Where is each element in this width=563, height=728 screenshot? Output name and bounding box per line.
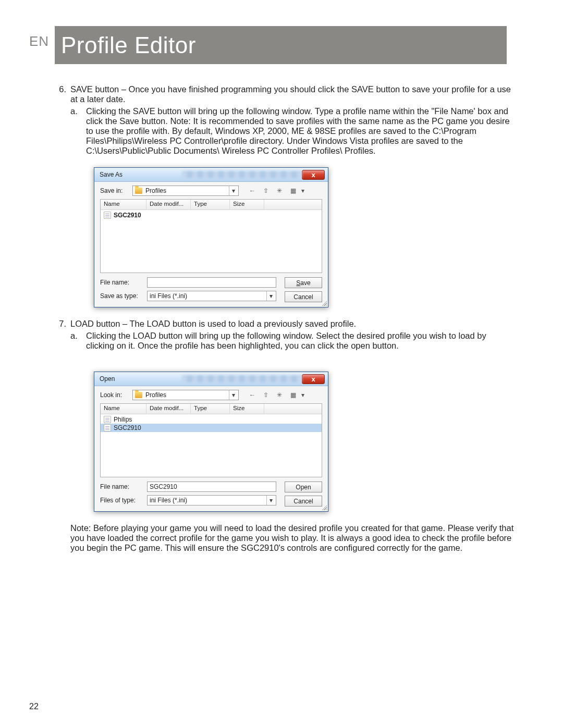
files-of-type-label: Files of type:: [100, 497, 143, 504]
folder-icon: [135, 392, 142, 398]
save-as-type-label: Save as type:: [100, 292, 143, 300]
col-type[interactable]: Type: [191, 200, 230, 209]
file-icon: [104, 424, 111, 431]
sub-label: a.: [70, 106, 86, 156]
file-row[interactable]: SGC2910: [101, 211, 322, 219]
list-subitem-7a: a. Clicking the LOAD button will bring u…: [70, 331, 516, 351]
chevron-down-icon[interactable]: ▾: [229, 390, 237, 400]
dialog-toolbar: ← ⇧ ✳ ▦ ▾: [247, 390, 304, 400]
col-name[interactable]: Name: [101, 200, 146, 209]
cancel-button[interactable]: Cancel: [285, 291, 322, 302]
item-text: LOAD button – The LOAD button is used to…: [70, 319, 516, 329]
dialog-titlebar[interactable]: Save As x: [94, 168, 328, 182]
file-list[interactable]: Name Date modif... Type Size SGC2910: [100, 199, 322, 273]
chevron-down-icon[interactable]: ▾: [301, 391, 304, 399]
col-date[interactable]: Date modif...: [146, 404, 191, 414]
page-title: Profile Editor: [55, 32, 196, 58]
files-of-type-combo[interactable]: ini Files (*.ini) ▾: [147, 495, 276, 505]
save-as-type-combo[interactable]: ini Files (*.ini) ▾: [147, 291, 276, 301]
back-icon[interactable]: ←: [247, 186, 258, 196]
dialog-toolbar: ← ⇧ ✳ ▦ ▾: [247, 186, 304, 196]
views-icon[interactable]: ▦: [288, 390, 298, 400]
file-row[interactable]: SGC2910: [101, 424, 322, 432]
file-name: SGC2910: [114, 424, 141, 431]
up-one-level-icon[interactable]: ⇧: [261, 186, 271, 196]
sub-label: a.: [70, 331, 86, 351]
sub-text: Clicking the LOAD button will bring up t…: [86, 331, 516, 351]
save-as-type-value: ini Files (*.ini): [150, 292, 266, 300]
file-list-header[interactable]: Name Date modif... Type Size: [101, 200, 322, 210]
header-band: Profile Editor: [55, 26, 507, 64]
col-name[interactable]: Name: [101, 404, 146, 414]
back-icon[interactable]: ←: [247, 390, 258, 400]
chevron-down-icon[interactable]: ▾: [229, 186, 237, 195]
chevron-down-icon[interactable]: ▾: [301, 187, 304, 194]
item-number: 6.: [55, 84, 70, 104]
file-icon: [104, 416, 111, 423]
item-text: SAVE button – Once you have finished pro…: [70, 84, 516, 104]
look-in-value: Profiles: [145, 391, 229, 399]
file-list-header[interactable]: Name Date modif... Type Size: [101, 404, 322, 414]
page-number: 22: [29, 702, 39, 711]
new-folder-icon[interactable]: ✳: [274, 390, 285, 400]
language-tag: EN: [29, 33, 49, 50]
list-subitem-6a: a. Clicking the SAVE button will bring u…: [70, 106, 516, 156]
col-size[interactable]: Size: [230, 404, 264, 414]
col-type[interactable]: Type: [191, 404, 230, 414]
save-in-value: Profiles: [145, 187, 229, 194]
dialog-titlebar[interactable]: Open x: [94, 372, 328, 386]
col-date[interactable]: Date modif...: [146, 200, 191, 209]
views-icon[interactable]: ▦: [288, 186, 298, 196]
look-in-label: Look in:: [100, 391, 129, 399]
note-text: Note: Before playing your game you will …: [70, 523, 516, 553]
files-of-type-value: ini Files (*.ini): [150, 497, 266, 504]
content: 6. SAVE button – Once you have finished …: [55, 84, 516, 553]
open-dialog: Open x Look in: Profiles ▾ ← ⇧ ✳: [94, 372, 328, 512]
chevron-down-icon[interactable]: ▾: [266, 291, 275, 301]
look-in-combo[interactable]: Profiles ▾: [132, 390, 239, 400]
new-folder-icon[interactable]: ✳: [274, 186, 285, 196]
save-button[interactable]: Save: [285, 277, 322, 288]
file-list[interactable]: Name Date modif... Type Size PhilipsSGC2…: [100, 403, 322, 477]
resize-grip-icon[interactable]: [321, 300, 327, 306]
item-number: 7.: [55, 319, 70, 329]
titlebar-blur: [182, 375, 302, 382]
close-button[interactable]: x: [302, 374, 325, 384]
file-name-input[interactable]: SGC2910: [147, 482, 276, 492]
dialog-title: Open: [100, 375, 179, 382]
save-in-label: Save in:: [100, 187, 129, 194]
titlebar-blur: [182, 171, 302, 178]
col-size[interactable]: Size: [230, 200, 264, 209]
resize-grip-icon[interactable]: [321, 504, 327, 510]
list-item-7: 7. LOAD button – The LOAD button is used…: [55, 319, 516, 329]
save-in-combo[interactable]: Profiles ▾: [132, 186, 239, 196]
up-one-level-icon[interactable]: ⇧: [261, 390, 271, 400]
cancel-button[interactable]: Cancel: [285, 496, 322, 507]
close-button[interactable]: x: [302, 170, 325, 180]
sub-text: Clicking the SAVE button will bring up t…: [86, 106, 516, 156]
file-name-input[interactable]: [147, 277, 276, 288]
file-icon: [104, 212, 111, 219]
file-name-label: File name:: [100, 483, 143, 490]
save-as-dialog: Save As x Save in: Profiles ▾ ← ⇧ ✳: [94, 167, 328, 307]
open-button[interactable]: Open: [285, 482, 322, 492]
file-row[interactable]: Philips: [101, 415, 322, 424]
list-item-6: 6. SAVE button – Once you have finished …: [55, 84, 516, 104]
file-name-label: File name:: [100, 279, 143, 286]
folder-icon: [135, 188, 142, 194]
dialog-title: Save As: [100, 171, 179, 178]
file-name: Philips: [114, 416, 132, 423]
file-name: SGC2910: [114, 212, 141, 219]
chevron-down-icon[interactable]: ▾: [266, 496, 275, 505]
